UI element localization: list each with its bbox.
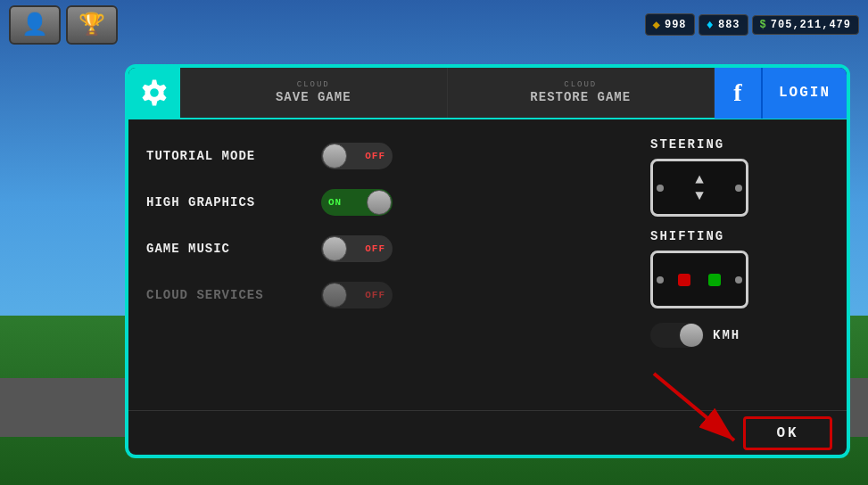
save-cloud-label: CLOUD SAVE GAME	[276, 80, 351, 105]
game-music-toggle[interactable]: OFF	[321, 235, 393, 262]
gems-value: 883	[718, 19, 740, 31]
dollar-icon: $	[760, 19, 767, 31]
gem-icon: ♦	[707, 18, 715, 32]
steering-display: ▲ ▼	[650, 159, 748, 217]
high-graphics-row: HIGH GRAPHICS ON	[146, 184, 632, 221]
login-label: LOGIN	[761, 67, 847, 119]
arrow-up-icon: ▲	[695, 173, 704, 187]
cloud-services-toggle[interactable]: OFF	[321, 282, 393, 308]
fb-letter: f	[733, 78, 741, 107]
tutorial-mode-toggle[interactable]: OFF	[321, 143, 393, 169]
cloud-services-row: CLOUD SERVICES OFF	[146, 276, 632, 314]
cloud-services-toggle-text: OFF	[365, 290, 385, 300]
restore-cloud-label: CLOUD RESTORE GAME	[530, 80, 631, 105]
ok-label: OK	[776, 425, 798, 441]
settings-right-panel: STEERING ▲ ▼ SHIFTING KMH	[650, 128, 829, 401]
steering-arrows: ▲ ▼	[695, 173, 704, 203]
restore-cloud-small: CLOUD	[564, 80, 597, 90]
tutorial-mode-row: TUTORIAL MODE OFF	[146, 137, 632, 175]
shifting-display	[650, 251, 748, 308]
steering-title: STEERING	[650, 137, 829, 152]
speed-unit-toggle[interactable]	[650, 323, 704, 348]
gear-tab	[128, 68, 180, 118]
tutorial-toggle-knob	[322, 144, 347, 169]
restore-cloud-big: RESTORE GAME	[530, 90, 631, 105]
cloud-services-toggle-knob	[322, 283, 347, 308]
profile-button[interactable]: 👤	[9, 5, 61, 45]
trophy-button[interactable]: 🏆	[66, 5, 118, 45]
green-dot-icon	[708, 274, 721, 286]
save-cloud-small: CLOUD	[297, 80, 330, 90]
settings-modal: CLOUD SAVE GAME CLOUD RESTORE GAME f LOG…	[125, 64, 850, 458]
ok-button[interactable]: OK	[743, 416, 832, 450]
facebook-icon: f	[715, 67, 761, 119]
gems-chip: ♦ 883	[699, 14, 748, 36]
red-dot-icon	[678, 274, 690, 286]
speed-unit-row: KMH	[650, 323, 829, 348]
tutorial-toggle-text: OFF	[365, 151, 385, 161]
high-graphics-toggle[interactable]: ON	[321, 189, 393, 216]
game-music-row: GAME MUSIC OFF	[146, 230, 632, 267]
modal-footer: OK	[128, 410, 847, 455]
facebook-login-button[interactable]: f LOGIN	[715, 68, 847, 118]
trophy-icon: 🏆	[79, 12, 105, 37]
coin-icon: ◆	[653, 17, 661, 32]
gear-icon	[140, 78, 169, 107]
game-music-toggle-knob	[322, 236, 347, 261]
speed-toggle-knob	[680, 324, 703, 347]
game-music-toggle-text: OFF	[365, 243, 385, 254]
high-graphics-label: HIGH GRAPHICS	[146, 195, 307, 210]
shifting-title: SHIFTING	[650, 229, 829, 243]
tutorial-mode-label: TUTORIAL MODE	[146, 149, 307, 163]
top-bar: 👤 🏆 ◆ 998 ♦ 883 $ 705,211,479	[0, 0, 868, 49]
modal-body: TUTORIAL MODE OFF HIGH GRAPHICS ON GAME …	[128, 119, 847, 410]
coins-value: 998	[665, 19, 687, 31]
person-icon: 👤	[21, 12, 48, 37]
save-cloud-button[interactable]: CLOUD SAVE GAME	[180, 68, 448, 118]
cloud-services-label: CLOUD SERVICES	[146, 288, 307, 302]
high-graphics-toggle-text: ON	[328, 197, 342, 208]
money-value: 705,211,479	[771, 19, 851, 31]
money-chip: $ 705,211,479	[752, 15, 859, 35]
coins-chip: ◆ 998	[645, 13, 695, 36]
settings-left-panel: TUTORIAL MODE OFF HIGH GRAPHICS ON GAME …	[146, 128, 632, 401]
top-left-buttons: 👤 🏆	[9, 5, 118, 45]
speed-unit-label: KMH	[713, 328, 740, 342]
modal-header: CLOUD SAVE GAME CLOUD RESTORE GAME f LOG…	[128, 68, 847, 119]
shifting-dots	[678, 274, 721, 286]
save-cloud-big: SAVE GAME	[276, 90, 351, 105]
game-music-label: GAME MUSIC	[146, 242, 307, 256]
arrow-down-icon: ▼	[695, 189, 704, 203]
resources-bar: ◆ 998 ♦ 883 $ 705,211,479	[645, 13, 859, 36]
restore-cloud-button[interactable]: CLOUD RESTORE GAME	[448, 68, 715, 118]
high-graphics-toggle-knob	[367, 190, 392, 215]
